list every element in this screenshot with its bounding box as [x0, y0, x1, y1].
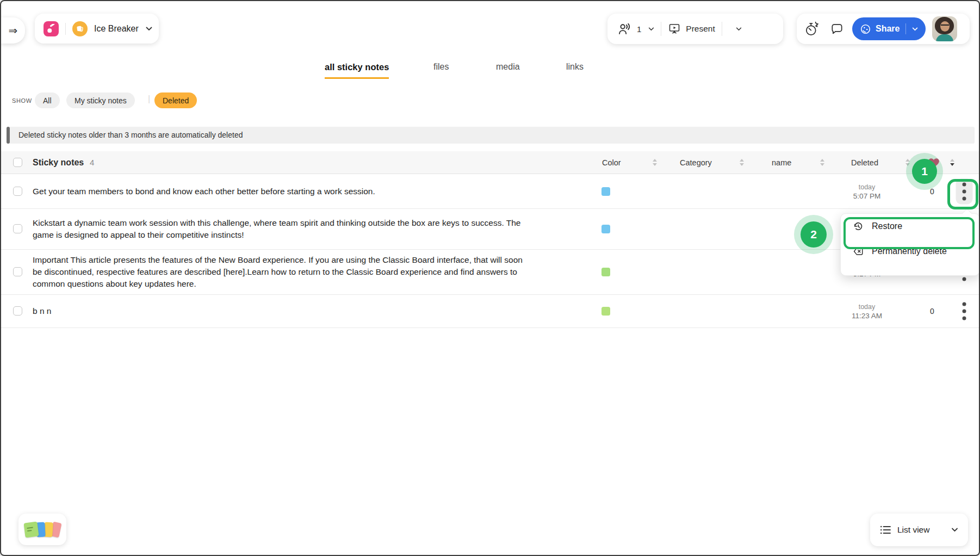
note-text: Get your team members to bond and know e… [33, 186, 529, 197]
step1-badge: 1 [912, 159, 937, 184]
sort-color-icon[interactable] [652, 159, 657, 166]
list-view-icon [880, 525, 891, 535]
public-globe-icon [860, 23, 871, 35]
table-row[interactable]: b n n today 11:23 AM 0 [1, 295, 979, 328]
filter-divider: | [148, 94, 150, 104]
column-color[interactable]: Color [602, 151, 621, 174]
banner-text: Deleted sticky notes older than 3 months… [18, 127, 975, 144]
table-row[interactable]: Get your team members to bond and know e… [1, 174, 979, 209]
present-icon [668, 22, 681, 35]
info-banner: Deleted sticky notes older than 3 months… [7, 127, 975, 144]
row-checkbox[interactable] [13, 224, 22, 233]
timer-icon[interactable] [804, 21, 821, 38]
share-label: Share [876, 24, 900, 34]
deleted-date: today 5:07 PM [853, 182, 880, 200]
tab-media[interactable]: media [496, 62, 520, 77]
board-name: Ice Breaker [94, 24, 139, 34]
filter-all[interactable]: All [35, 92, 60, 108]
chevron-down-icon[interactable] [146, 27, 152, 31]
row-actions-kebab-icon[interactable] [956, 178, 973, 204]
likes-count: 0 [930, 307, 934, 316]
filter-deleted[interactable]: Deleted [154, 92, 197, 108]
row-context-menu: Restore Permanently delete [840, 213, 980, 276]
column-name[interactable]: name [772, 151, 791, 174]
deleted-date: today 11:23 AM [852, 302, 882, 320]
banner-accent-bar [7, 127, 10, 144]
row-checkbox[interactable] [13, 267, 22, 276]
divider [905, 23, 906, 34]
sort-category-icon[interactable] [739, 159, 744, 166]
table-count: 4 [90, 151, 94, 174]
note-text: Important This article presents the feat… [33, 254, 529, 290]
collapse-sidebar-button[interactable]: ⇒ [1, 17, 25, 44]
actions-toolbar: Share [797, 14, 970, 44]
color-swatch [601, 307, 610, 316]
tab-all-sticky-notes[interactable]: all sticky notes [325, 62, 389, 79]
table-title: Sticky notes [33, 151, 84, 174]
divider [65, 23, 66, 35]
sort-name-icon[interactable] [820, 159, 824, 166]
menu-item-restore[interactable]: Restore [841, 214, 979, 239]
collaborators-chevron-icon[interactable] [648, 27, 654, 31]
select-all-checkbox[interactable] [13, 158, 22, 167]
tab-files[interactable]: files [433, 62, 449, 77]
share-chevron-icon[interactable] [912, 27, 918, 31]
share-button[interactable]: Share [852, 17, 926, 40]
color-swatch [601, 268, 610, 276]
note-text: Kickstart a dynamic team work session wi… [33, 217, 529, 241]
table-row[interactable]: Important This article presents the feat… [1, 250, 979, 295]
menu-item-permanently-delete[interactable]: Permanently delete [841, 239, 979, 264]
step2-badge: 2 [801, 221, 827, 248]
user-avatar[interactable] [932, 16, 957, 41]
divider [661, 22, 661, 36]
divider [722, 22, 722, 36]
view-mode-selector[interactable]: List view [870, 514, 968, 546]
permanently-delete-icon [853, 246, 864, 257]
present-chevron-icon[interactable] [736, 27, 742, 31]
board-window: ⇒ Ice Breaker 1 Present [0, 0, 980, 556]
tab-links[interactable]: links [566, 62, 584, 77]
green-sticky-icon [23, 521, 39, 538]
table-header: Sticky notes 4 Color Category name Delet… [1, 151, 979, 174]
sidebar-collapse-icon: ⇒ [9, 24, 18, 37]
collaborators-count: 1 [637, 24, 641, 34]
board-icon [72, 21, 88, 36]
view-mode-label: List view [897, 525, 929, 535]
column-category[interactable]: Category [680, 151, 712, 174]
column-deleted[interactable]: Deleted [851, 151, 878, 174]
chat-icon[interactable] [830, 22, 844, 36]
color-swatch [601, 187, 610, 196]
color-swatch [601, 225, 610, 233]
present-button[interactable]: Present [686, 24, 715, 34]
row-actions-kebab-icon[interactable] [959, 299, 970, 324]
restore-icon [853, 221, 864, 232]
note-text: b n n [33, 305, 529, 317]
row-checkbox[interactable] [13, 187, 22, 196]
view-mode-chevron-icon[interactable] [951, 528, 958, 532]
filter-my-sticky-notes[interactable]: My sticky notes [66, 92, 135, 108]
collaboration-toolbar: 1 Present [607, 14, 783, 44]
sort-likes-icon[interactable] [950, 159, 954, 166]
app-logo-icon [44, 21, 59, 36]
sticky-notes-widget[interactable] [18, 514, 66, 545]
row-checkbox[interactable] [13, 306, 22, 316]
show-filter-label: SHOW [12, 97, 32, 104]
board-title-card[interactable]: Ice Breaker [35, 14, 159, 44]
collaborators-icon[interactable] [617, 22, 632, 36]
